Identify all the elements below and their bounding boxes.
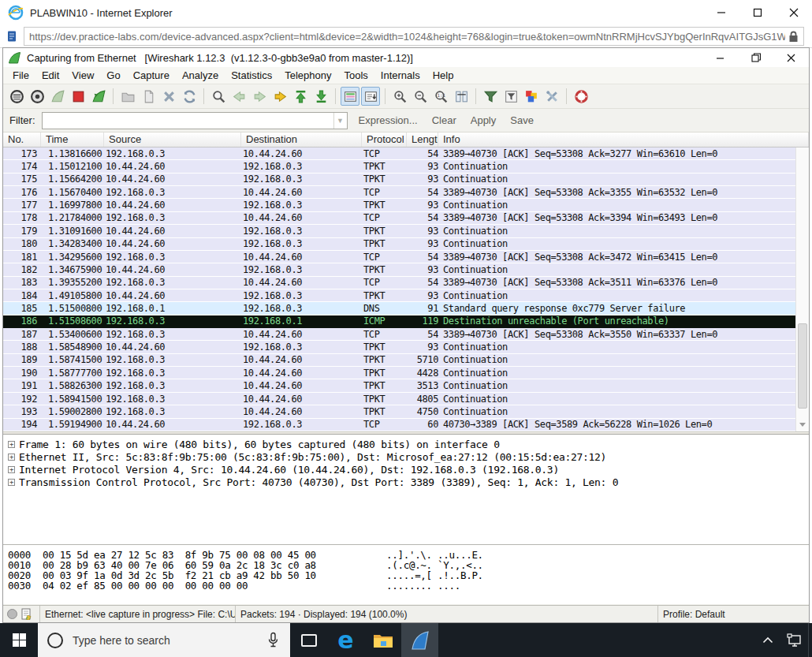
wireshark-restore-button[interactable] xyxy=(738,48,773,67)
menu-capture[interactable]: Capture xyxy=(127,67,176,84)
file-explorer-taskbar-button[interactable] xyxy=(364,623,401,657)
status-profile[interactable]: Profile: Default xyxy=(657,606,809,622)
capture-options-button[interactable] xyxy=(28,87,47,106)
packet-row-186[interactable]: 1861.51508600192.168.0.3192.168.0.1ICMP1… xyxy=(3,315,795,328)
zoom-normal-button[interactable]: 1:1 xyxy=(431,87,450,106)
column-source[interactable]: Source xyxy=(104,133,241,147)
show-desktop-button[interactable] xyxy=(808,623,812,657)
column-protocol[interactable]: Protocol xyxy=(362,133,407,147)
menu-statistics[interactable]: Statistics xyxy=(225,67,278,84)
column-length[interactable]: Length xyxy=(407,133,438,147)
expand-icon[interactable]: + xyxy=(8,466,15,473)
microphone-icon[interactable] xyxy=(267,632,279,649)
clear-button[interactable]: Clear xyxy=(432,114,456,126)
packet-row-174[interactable]: 1741.1501210010.44.24.60192.168.0.3TPKT9… xyxy=(3,160,795,173)
detail-line[interactable]: +Transmission Control Protocol, Src Port… xyxy=(5,476,807,488)
packet-row-176[interactable]: 1761.15670400192.168.0.310.44.24.60TCP54… xyxy=(3,186,795,199)
go-forward-button[interactable] xyxy=(250,87,269,106)
restart-capture-button[interactable] xyxy=(89,87,108,106)
menu-go[interactable]: Go xyxy=(100,67,126,84)
packet-row-175[interactable]: 1751.1566420010.44.24.60192.168.0.3TPKT9… xyxy=(3,174,795,186)
capture-comment-icon[interactable] xyxy=(21,608,32,620)
packet-row-185[interactable]: 1851.51500800192.168.0.1192.168.0.3DNS91… xyxy=(3,302,795,315)
scroll-down-arrow[interactable] xyxy=(796,419,809,430)
display-filters-button[interactable] xyxy=(501,87,520,106)
packet-row-182[interactable]: 1821.3467590010.44.24.60192.168.0.3TPKT9… xyxy=(3,263,795,276)
packet-row-178[interactable]: 1781.21784000192.168.0.310.44.24.60TCP54… xyxy=(3,212,795,225)
packet-row-180[interactable]: 1801.3428340010.44.24.60192.168.0.3TPKT9… xyxy=(3,238,795,251)
address-bar[interactable]: https://dev.practice-labs.com/device-adv… xyxy=(24,27,804,46)
filter-input[interactable]: ▼ xyxy=(42,112,348,129)
apply-button[interactable]: Apply xyxy=(471,114,497,126)
network-tray-button[interactable] xyxy=(781,623,808,657)
find-packet-button[interactable] xyxy=(209,87,228,106)
detail-line[interactable]: +Ethernet II, Src: 5c:83:8f:9b:75:00 (5c… xyxy=(5,450,807,463)
tray-chevron-button[interactable] xyxy=(754,623,781,657)
save-file-button[interactable] xyxy=(139,87,158,106)
expert-info-icon[interactable] xyxy=(7,609,17,619)
list-interfaces-button[interactable] xyxy=(7,87,26,106)
colorize-toggle-button[interactable] xyxy=(341,87,359,106)
menu-edit[interactable]: Edit xyxy=(35,67,65,84)
ie-close-button[interactable] xyxy=(776,0,812,25)
packet-row-179[interactable]: 1791.3109160010.44.24.60192.168.0.3TPKT9… xyxy=(3,225,795,237)
ie-maximize-button[interactable] xyxy=(739,0,776,25)
packet-row-183[interactable]: 1831.39355200192.168.0.310.44.24.60TCP54… xyxy=(3,277,795,289)
packet-row-187[interactable]: 1871.53400600192.168.0.310.44.24.60TCP54… xyxy=(3,328,795,341)
detail-line[interactable]: +Internet Protocol Version 4, Src: 10.44… xyxy=(5,463,807,476)
zoom-in-button[interactable] xyxy=(390,87,409,106)
preferences-button[interactable] xyxy=(542,87,561,106)
packet-row-192[interactable]: 1921.58941500192.168.0.310.44.24.60TPKT4… xyxy=(3,393,795,405)
resize-columns-button[interactable] xyxy=(452,87,471,106)
stop-capture-button[interactable] xyxy=(69,87,88,106)
edge-taskbar-button[interactable]: e xyxy=(327,623,364,657)
go-to-bottom-button[interactable] xyxy=(311,87,330,106)
column-no[interactable]: No. xyxy=(3,133,41,147)
column-destination[interactable]: Destination xyxy=(241,133,362,147)
packet-row-194[interactable]: 1941.5919490010.44.24.60192.168.0.3TCP60… xyxy=(3,419,795,431)
packet-row-191[interactable]: 1911.58826300192.168.0.310.44.24.60TPKT3… xyxy=(3,379,795,392)
packet-list-header[interactable]: No. Time Source Destination Protocol Len… xyxy=(3,133,809,147)
go-to-top-button[interactable] xyxy=(291,87,310,106)
scrollbar-thumb[interactable] xyxy=(798,323,807,409)
reload-button[interactable] xyxy=(180,87,199,106)
expand-icon[interactable]: + xyxy=(8,441,15,448)
help-button[interactable] xyxy=(572,87,590,106)
menu-telephony[interactable]: Telephony xyxy=(278,67,337,84)
packet-row-193[interactable]: 1931.59002800192.168.0.310.44.24.60TPKT4… xyxy=(3,405,795,418)
column-info[interactable]: Info xyxy=(438,133,809,147)
menu-internals[interactable]: Internals xyxy=(374,67,426,84)
menu-help[interactable]: Help xyxy=(426,67,460,84)
taskbar-search-box[interactable]: Type here to search xyxy=(38,623,290,657)
chevron-down-icon[interactable]: ▼ xyxy=(333,113,347,129)
expand-icon[interactable]: + xyxy=(8,454,15,461)
go-back-button[interactable] xyxy=(229,87,248,106)
menu-tools[interactable]: Tools xyxy=(337,67,374,84)
expand-icon[interactable]: + xyxy=(8,479,15,486)
packet-row-190[interactable]: 1901.58777700192.168.0.310.44.24.60TPKT4… xyxy=(3,367,795,379)
wireshark-taskbar-button[interactable] xyxy=(401,623,438,657)
ie-minimize-button[interactable] xyxy=(703,0,739,25)
packet-row-173[interactable]: 1731.13816600192.168.0.310.44.24.60TCP54… xyxy=(3,147,795,160)
menu-view[interactable]: View xyxy=(65,67,100,84)
packet-row-189[interactable]: 1891.58741500192.168.0.310.44.24.60TPKT5… xyxy=(3,354,795,367)
start-button[interactable] xyxy=(0,623,38,657)
close-file-button[interactable] xyxy=(159,87,178,106)
expression-button[interactable]: Expression... xyxy=(359,114,418,126)
open-file-button[interactable] xyxy=(118,87,137,106)
packet-list-scrollbar[interactable] xyxy=(795,147,809,431)
hex-line[interactable]: 003004 02 ef 85 00 00 00 00 00 00 00 00.… xyxy=(8,580,809,591)
capture-filters-button[interactable] xyxy=(481,87,500,106)
column-time[interactable]: Time xyxy=(41,133,104,147)
wireshark-minimize-button[interactable] xyxy=(702,48,738,67)
start-capture-button[interactable] xyxy=(48,87,67,106)
packet-row-184[interactable]: 1841.4910580010.44.24.60192.168.0.3TPKT9… xyxy=(3,289,795,302)
detail-line[interactable]: +Frame 1: 60 bytes on wire (480 bits), 6… xyxy=(5,438,807,450)
zoom-out-button[interactable] xyxy=(411,87,430,106)
task-view-button[interactable] xyxy=(290,623,327,657)
menu-file[interactable]: File xyxy=(6,67,35,84)
wireshark-close-button[interactable] xyxy=(773,48,809,67)
menu-analyze[interactable]: Analyze xyxy=(176,67,225,84)
coloring-rules-button[interactable] xyxy=(522,87,541,106)
packet-row-181[interactable]: 1811.34295600192.168.0.310.44.24.60TCP54… xyxy=(3,251,795,263)
